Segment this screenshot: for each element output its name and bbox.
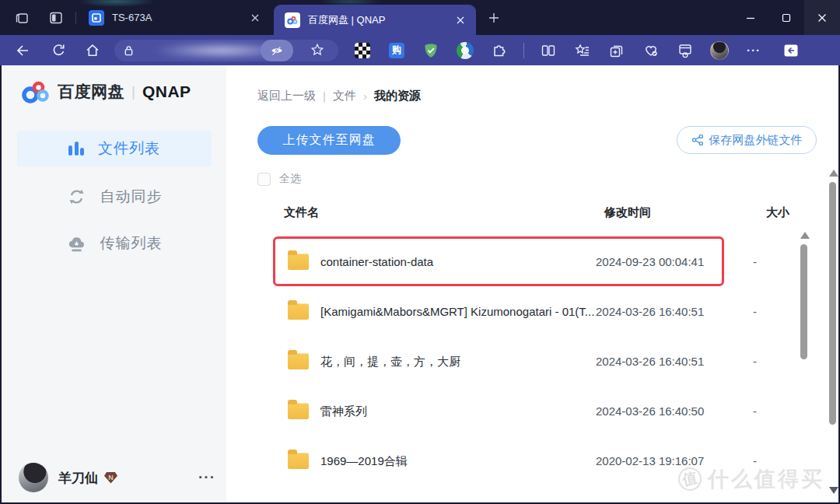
page-scrollbar-up-arrow[interactable] — [829, 170, 838, 177]
eye-slash-icon — [270, 44, 284, 58]
header-modified: 修改时间 — [604, 205, 651, 220]
table-row[interactable]: 1969—2019合辑 2020-02-13 19:16:07 - — [226, 436, 838, 485]
sidebar-item-label: 文件列表 — [98, 138, 160, 159]
user-row: 羊刀仙 N ··· — [19, 462, 215, 493]
wallet-sync-icon[interactable] — [675, 40, 695, 61]
favorites-icon[interactable] — [572, 40, 593, 61]
file-size: - — [753, 305, 757, 318]
maximize-button[interactable] — [768, 0, 804, 35]
file-list: container-station-data 2024-09-23 00:04:… — [226, 236, 838, 485]
select-all-checkbox[interactable] — [257, 173, 271, 186]
breadcrumb-separator: › — [363, 89, 367, 103]
inner-scrollbar-thumb[interactable] — [800, 244, 807, 359]
user-avatar[interactable] — [19, 463, 48, 492]
home-icon[interactable] — [81, 40, 104, 61]
file-modified: 2020-02-13 19:16:07 — [596, 454, 704, 467]
split-screen-icon[interactable] — [538, 40, 558, 61]
baidu-netdisk-favicon — [285, 12, 300, 28]
favorite-star-icon[interactable] — [310, 43, 324, 57]
folder-icon — [288, 303, 309, 320]
file-size: - — [753, 404, 757, 418]
breadcrumb-current: 我的资源 — [374, 89, 421, 103]
share-icon — [691, 134, 704, 146]
file-modified: 2024-03-26 16:40:51 — [596, 305, 704, 318]
workspaces-icon[interactable] — [12, 9, 31, 26]
tab-ts673a[interactable]: TS-673A — [78, 0, 271, 35]
header-size: 大小 — [766, 205, 789, 220]
sidebar-item-label: 自动同步 — [100, 187, 163, 207]
settings-more-icon[interactable]: ··· — [744, 40, 764, 61]
tab-title: TS-673A — [112, 12, 247, 23]
qnap-favicon — [89, 10, 104, 26]
tampermonkey-extension-icon[interactable] — [352, 40, 373, 61]
inner-scrollbar-up-arrow[interactable] — [800, 232, 810, 239]
file-size: - — [753, 454, 757, 467]
page-scrollbar-down-arrow[interactable] — [829, 487, 838, 494]
titlebar-divider — [75, 12, 76, 24]
sync-icon — [67, 187, 86, 206]
tab-actions-icon[interactable] — [47, 9, 65, 26]
table-row[interactable]: 雷神系列 2024-03-26 16:40:50 - — [226, 386, 838, 436]
page-scrollbar-thumb[interactable] — [829, 182, 836, 425]
shopping-extension-icon[interactable]: 购 — [387, 40, 407, 61]
transfer-cloud-icon — [67, 234, 86, 254]
folder-icon — [288, 353, 309, 369]
browser-essentials-icon[interactable] — [641, 40, 661, 61]
address-bar[interactable] — [114, 40, 338, 61]
lock-icon[interactable] — [124, 45, 134, 56]
table-row[interactable]: 花，间，提，壶，方，大厨 2024-03-26 16:40:51 - — [226, 336, 838, 386]
main-panel: 返回上一级 | 文件 › 我的资源 上传文件至网盘 保存网盘外链文件 全选 文件… — [226, 65, 838, 502]
user-menu-dots[interactable]: ··· — [198, 469, 215, 486]
back-icon[interactable] — [11, 40, 34, 61]
minimize-button[interactable] — [733, 0, 768, 35]
file-modified: 2024-03-26 16:40:50 — [596, 404, 704, 418]
table-header: 文件名 修改时间 大小 — [226, 205, 838, 219]
file-name: 雷神系列 — [320, 404, 367, 419]
window-controls — [733, 0, 840, 35]
breadcrumb: 返回上一级 | 文件 › 我的资源 — [257, 89, 421, 103]
logo-partner-text: QNAP — [142, 82, 191, 101]
logo-divider: | — [131, 83, 135, 100]
hide-address-pill[interactable] — [261, 40, 293, 61]
close-window-button[interactable] — [804, 0, 840, 35]
user-name: 羊刀仙 — [58, 469, 98, 487]
app-logo: 百度网盘 | QNAP — [22, 76, 191, 107]
sidebar-toggle-icon[interactable] — [781, 40, 801, 61]
collections-icon[interactable] — [607, 40, 627, 61]
file-name: 1969—2019合辑 — [320, 454, 408, 469]
toolbar-divider — [523, 43, 524, 58]
sidebar-item-transfer-list[interactable]: 传输列表 — [17, 226, 212, 261]
breadcrumb-back[interactable]: 返回上一级 — [257, 89, 316, 103]
file-name: [Kamigami&Mabors&MGRT] Kizumonogatari - … — [320, 305, 594, 318]
save-external-link-label: 保存网盘外链文件 — [709, 133, 803, 148]
refresh-icon[interactable] — [47, 40, 70, 61]
browser-toolbar: 购 ··· — [0, 35, 840, 65]
folder-icon — [288, 403, 309, 419]
breadcrumb-divider: | — [323, 89, 326, 103]
breadcrumb-files[interactable]: 文件 — [333, 89, 356, 103]
sidebar-item-file-list[interactable]: 文件列表 — [17, 131, 212, 166]
table-row[interactable]: [Kamigami&Mabors&MGRT] Kizumonogatari - … — [226, 286, 838, 336]
titlebar: TS-673A 百度网盘 | QNAP — [0, 0, 840, 35]
folder-icon — [288, 254, 309, 270]
sidebar-item-auto-sync[interactable]: 自动同步 — [17, 179, 212, 215]
close-icon[interactable] — [453, 12, 468, 28]
file-modified: 2024-09-23 00:04:41 — [596, 255, 704, 268]
save-external-link-button[interactable]: 保存网盘外链文件 — [677, 126, 817, 154]
folder-icon — [288, 453, 309, 469]
tab-baidu-netdisk[interactable]: 百度网盘 | QNAP — [274, 5, 476, 35]
sidebar: 百度网盘 | QNAP 文件列表 自动同步 传输列表 羊刀仙 N ··· — [2, 65, 226, 502]
idm-extension-icon[interactable] — [455, 40, 475, 61]
tab-title: 百度网盘 | QNAP — [308, 13, 453, 27]
upload-button[interactable]: 上传文件至网盘 — [257, 126, 401, 155]
sidebar-item-label: 传输列表 — [100, 233, 163, 254]
vip-badge: N — [104, 472, 117, 484]
page-content: 百度网盘 | QNAP 文件列表 自动同步 传输列表 羊刀仙 N ··· — [2, 65, 838, 502]
adguard-extension-icon[interactable] — [421, 40, 441, 61]
extensions-puzzle-icon[interactable] — [489, 40, 509, 61]
table-row[interactable]: container-station-data 2024-09-23 00:04:… — [226, 236, 838, 286]
profile-avatar[interactable] — [709, 40, 730, 61]
select-all-label: 全选 — [279, 172, 301, 186]
close-icon[interactable] — [247, 10, 263, 26]
new-tab-button[interactable] — [484, 9, 504, 26]
